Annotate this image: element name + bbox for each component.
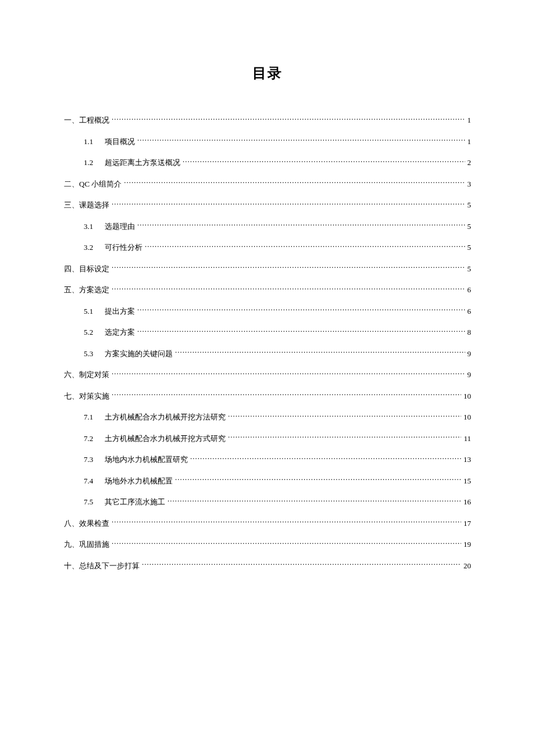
toc-label: 选题理由 xyxy=(105,221,137,232)
toc-label: 项目概况 xyxy=(105,136,137,148)
toc-label: 方案选定 xyxy=(79,285,109,294)
toc-entry[interactable]: 八、效果检查17 xyxy=(64,518,471,529)
toc-number: 5.3 xyxy=(84,348,105,360)
toc-label: QC 小组简介 xyxy=(79,180,122,188)
toc-number: 八、 xyxy=(64,519,79,528)
toc-heading: 四、目标设定 xyxy=(64,263,112,275)
toc-page-number: 9 xyxy=(465,348,472,360)
toc-number: 一、 xyxy=(64,116,79,124)
toc-heading: 二、QC 小组简介 xyxy=(64,178,124,190)
toc-page-number: 6 xyxy=(465,284,472,296)
toc-page-number: 9 xyxy=(465,369,472,381)
toc-label: 目标设定 xyxy=(79,264,109,273)
toc-entry[interactable]: 7.4场地外水力机械配置15 xyxy=(64,475,471,487)
toc-entry[interactable]: 九、巩固措施19 xyxy=(64,539,471,550)
toc-label: 其它工序流水施工 xyxy=(105,496,167,508)
toc-entry[interactable]: 3.2可行性分析5 xyxy=(64,242,471,253)
toc-leader-dots xyxy=(228,433,461,441)
toc-label: 方案实施的关键问题 xyxy=(105,348,175,360)
toc-heading: 五、方案选定 xyxy=(64,284,112,296)
toc-number: 四、 xyxy=(64,264,79,273)
toc-entry[interactable]: 3.1选题理由5 xyxy=(64,221,471,232)
table-of-contents: 一、工程概况11.1项目概况11.2超远距离土方泵送概况2二、QC 小组简介3三… xyxy=(64,114,471,571)
toc-page-number: 6 xyxy=(465,306,472,317)
toc-leader-dots xyxy=(175,349,465,356)
toc-entry[interactable]: 三、课题选择5 xyxy=(64,199,471,211)
toc-entry[interactable]: 7.3场地内水力机械配置研究13 xyxy=(64,454,471,465)
toc-page-number: 5 xyxy=(465,199,472,211)
toc-leader-dots xyxy=(167,497,461,504)
toc-leader-dots xyxy=(142,561,461,568)
toc-page-number: 17 xyxy=(461,518,471,529)
toc-label: 工程概况 xyxy=(79,116,109,124)
toc-number: 九、 xyxy=(64,540,79,549)
toc-heading: 八、效果检查 xyxy=(64,518,112,529)
toc-number: 六、 xyxy=(64,370,79,379)
toc-entry[interactable]: 二、QC 小组简介3 xyxy=(64,178,471,190)
toc-entry[interactable]: 十、总结及下一步打算20 xyxy=(64,560,471,572)
page-title: 目录 xyxy=(64,64,471,83)
toc-label: 对策实施 xyxy=(79,392,109,400)
toc-leader-dots xyxy=(112,539,461,547)
toc-entry[interactable]: 5.3方案实施的关键问题9 xyxy=(64,348,471,360)
toc-heading: 七、对策实施 xyxy=(64,390,112,402)
toc-label: 课题选择 xyxy=(79,200,109,209)
toc-page-number: 8 xyxy=(465,327,472,338)
toc-heading: 十、总结及下一步打算 xyxy=(64,560,142,572)
toc-leader-dots xyxy=(183,157,465,165)
toc-page-number: 13 xyxy=(461,454,471,465)
toc-leader-dots xyxy=(137,327,465,335)
toc-entry[interactable]: 7.5其它工序流水施工16 xyxy=(64,496,471,508)
toc-label: 土方机械配合水力机械开挖方法研究 xyxy=(105,411,228,423)
toc-leader-dots xyxy=(228,412,461,420)
toc-number: 1.1 xyxy=(84,136,105,148)
toc-number: 二、 xyxy=(64,180,79,188)
toc-label: 场地内水力机械配置研究 xyxy=(105,454,190,465)
toc-label: 效果检查 xyxy=(79,519,109,528)
toc-number: 十、 xyxy=(64,561,79,570)
toc-entry[interactable]: 四、目标设定5 xyxy=(64,263,471,275)
toc-entry[interactable]: 六、制定对策9 xyxy=(64,369,471,381)
toc-number: 7.5 xyxy=(84,496,105,508)
toc-leader-dots xyxy=(112,200,465,207)
toc-heading: 一、工程概况 xyxy=(64,114,112,126)
toc-leader-dots xyxy=(190,454,461,462)
toc-entry[interactable]: 五、方案选定6 xyxy=(64,284,471,296)
toc-leader-dots xyxy=(137,306,465,314)
toc-leader-dots xyxy=(112,264,465,271)
toc-page-number: 20 xyxy=(461,560,471,572)
toc-entry[interactable]: 七、对策实施10 xyxy=(64,390,471,402)
toc-number: 7.2 xyxy=(84,433,105,445)
toc-entry[interactable]: 一、工程概况1 xyxy=(64,114,471,126)
toc-leader-dots xyxy=(175,476,461,483)
toc-entry[interactable]: 1.2超远距离土方泵送概况2 xyxy=(64,157,471,169)
toc-heading: 九、巩固措施 xyxy=(64,539,112,550)
toc-label: 提出方案 xyxy=(105,306,137,317)
toc-page-number: 3 xyxy=(465,178,472,190)
toc-number: 1.2 xyxy=(84,157,105,169)
toc-leader-dots xyxy=(112,285,465,292)
toc-page-number: 1 xyxy=(465,114,472,126)
toc-number: 3.1 xyxy=(84,221,105,232)
toc-label: 总结及下一步打算 xyxy=(79,561,140,570)
toc-entry[interactable]: 1.1项目概况1 xyxy=(64,136,471,148)
toc-page-number: 15 xyxy=(461,475,471,487)
toc-entry[interactable]: 5.1提出方案6 xyxy=(64,306,471,317)
toc-heading: 三、课题选择 xyxy=(64,199,112,211)
toc-page-number: 2 xyxy=(465,157,472,169)
toc-entry[interactable]: 5.2选定方案8 xyxy=(64,327,471,338)
toc-number: 7.3 xyxy=(84,454,105,465)
toc-leader-dots xyxy=(112,518,461,526)
toc-leader-dots xyxy=(137,221,465,229)
toc-leader-dots xyxy=(112,391,461,399)
toc-label: 制定对策 xyxy=(79,370,109,379)
toc-leader-dots xyxy=(145,242,465,250)
toc-label: 场地外水力机械配置 xyxy=(105,475,175,487)
toc-leader-dots xyxy=(137,137,465,144)
toc-leader-dots xyxy=(112,370,465,377)
toc-heading: 六、制定对策 xyxy=(64,369,112,381)
toc-leader-dots xyxy=(112,115,465,123)
toc-entry[interactable]: 7.1土方机械配合水力机械开挖方法研究10 xyxy=(64,411,471,423)
toc-entry[interactable]: 7.2土方机械配合水力机械开挖方式研究11 xyxy=(64,433,471,445)
toc-number: 5.2 xyxy=(84,327,105,338)
